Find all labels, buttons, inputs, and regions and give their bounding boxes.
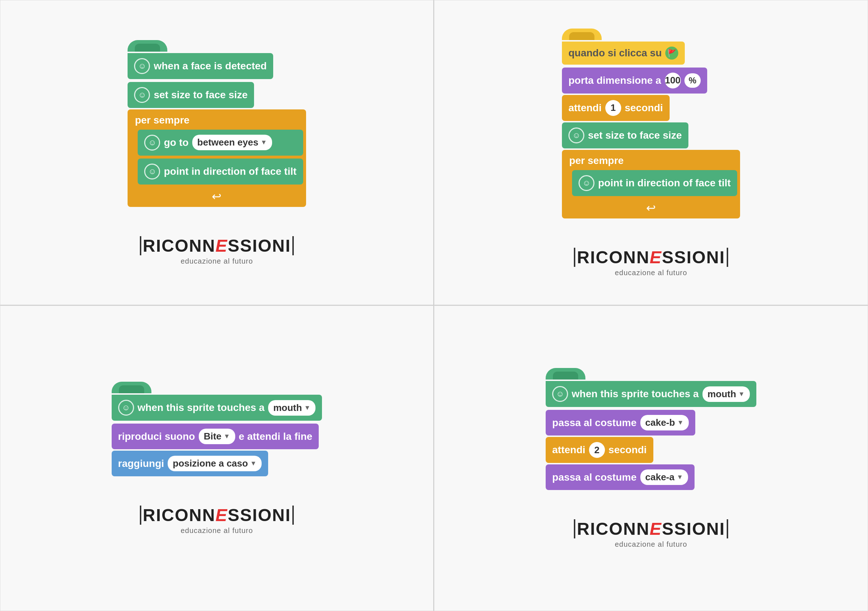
attendi-text-1: attendi [569,102,602,114]
face-icon-6: ☺ [578,175,594,191]
logo-text-2: RICONNESSIONI [574,247,728,267]
block-point-direction-1: ☺ point in direction of face tilt [138,159,303,184]
cakea-dropdown[interactable]: cake-a [640,469,688,485]
logo-q2: RICONNESSIONI educazione al futuro [574,247,728,277]
mouth-dropdown-1[interactable]: mouth [268,400,315,416]
porta-text: porta dimensione a [569,75,661,86]
block-set-size-1: ☺ set size to face size [127,82,254,108]
block-goto: ☺ go to between eyes [138,130,303,156]
blocks-q3: ☺ when this sprite touches a mouth ripro… [112,382,322,476]
block-text-1: when a face is detected [153,60,267,72]
block-point-text-1: point in direction of face tilt [164,166,296,177]
quadrant-3: ☺ when this sprite touches a mouth ripro… [0,305,434,611]
number-2: 2 [589,442,605,458]
block-passa-costume-1: passa al costume cake-b [546,410,695,436]
number-1: 1 [605,100,621,116]
quadrant-1: ☺ when a face is detected ☺ set size to … [0,0,434,305]
block-point-text-2: point in direction of face tilt [598,177,731,189]
block-attendi-1: attendi 1 secondi [562,95,670,121]
logo-q4: RICONNESSIONI educazione al futuro [574,519,728,549]
logo-bracket-left-1: R [140,236,156,255]
logo-sub-4: educazione al futuro [574,540,728,549]
riproduci-suffix: e attendi la fine [239,431,313,442]
block-sprite-touches-1: ☺ when this sprite touches a mouth [112,395,322,421]
percent-sign: % [684,73,701,88]
blocks-q4: ☺ when this sprite touches a mouth passa… [546,368,756,490]
block-raggiungi: raggiungi posizione a caso [112,451,268,476]
logo-text-4: RICONNESSIONI [574,519,728,539]
attendi-text-2: attendi [552,444,586,456]
face-icon-8: ☺ [552,386,568,402]
block-riproduci: riproduci suono Bite e attendi la fine [112,424,319,449]
logo-sub-2: educazione al futuro [574,269,728,277]
face-icon-1: ☺ [134,58,150,74]
block-goto-text: go to [164,137,188,148]
sprite-touches-text-1: when this sprite touches a [138,402,265,413]
face-icon-2: ☺ [134,87,150,103]
block-when-face-detected: ☺ when a face is detected [127,53,273,79]
sprite-touches-text-2: when this sprite touches a [572,388,699,400]
logo-text-1: RICONNESSIONI [140,236,294,256]
loop-label-1: per sempre [127,110,306,130]
block-porta-dimensione: porta dimensione a 100 % [562,68,707,94]
block-quando: quando si clicca su 🚩 [562,42,685,65]
logo-bracket-right-1: I [285,236,294,255]
number-100: 100 [665,73,681,88]
logo-sub-3: educazione al futuro [140,526,294,535]
logo-q1: RICONNESSIONI educazione al futuro [140,236,294,265]
blocks-q1: ☺ when a face is detected ☺ set size to … [127,40,306,207]
face-icon-5: ☺ [569,127,584,143]
face-icon-3: ☺ [144,135,160,151]
loop-arrow-1: ↩ [127,186,306,207]
block-quando-text: quando si clicca su [569,47,662,59]
quadrant-4: ☺ when this sprite touches a mouth passa… [434,305,868,611]
loop-arrow-2: ↩ [562,198,740,218]
raggiungi-text: raggiungi [118,458,164,469]
posizione-dropdown[interactable]: posizione a caso [168,456,262,471]
set-size-text-2: set size to face size [588,130,682,141]
logo-sub-1: educazione al futuro [140,257,294,265]
riproduci-text: riproduci suono [118,431,195,442]
secondi-text-2: secondi [609,444,647,456]
passa-text-2: passa al costume [552,472,636,483]
between-eyes-dropdown[interactable]: between eyes [192,135,272,150]
blocks-q2: quando si clicca su 🚩 porta dimensione a… [562,28,740,218]
flag-icon: 🚩 [665,46,678,60]
block-point-direction-2: ☺ point in direction of face tilt [572,170,737,196]
block-passa-costume-2: passa al costume cake-a [546,464,694,490]
block-set-size-2: ☺ set size to face size [562,122,688,148]
loop-block-1: per sempre ☺ go to between eyes ☺ point … [127,110,306,207]
loop-label-2: per sempre [562,150,740,170]
loop-block-2: per sempre ☺ point in direction of face … [562,150,740,218]
face-icon-4: ☺ [144,164,160,179]
secondi-text-1: secondi [625,102,663,114]
block-text-2: set size to face size [153,89,248,101]
logo-text-3: RICONNESSIONI [140,505,294,525]
face-icon-7: ☺ [118,400,134,416]
cakeb-dropdown[interactable]: cake-b [640,415,689,430]
block-attendi-2: attendi 2 secondi [546,437,653,463]
mouth-dropdown-2[interactable]: mouth [702,387,750,402]
passa-text-1: passa al costume [552,417,636,428]
quadrant-2: quando si clicca su 🚩 porta dimensione a… [434,0,868,305]
logo-q3: RICONNESSIONI educazione al futuro [140,505,294,535]
bite-dropdown[interactable]: Bite [199,428,235,444]
block-sprite-touches-2: ☺ when this sprite touches a mouth [546,381,756,407]
